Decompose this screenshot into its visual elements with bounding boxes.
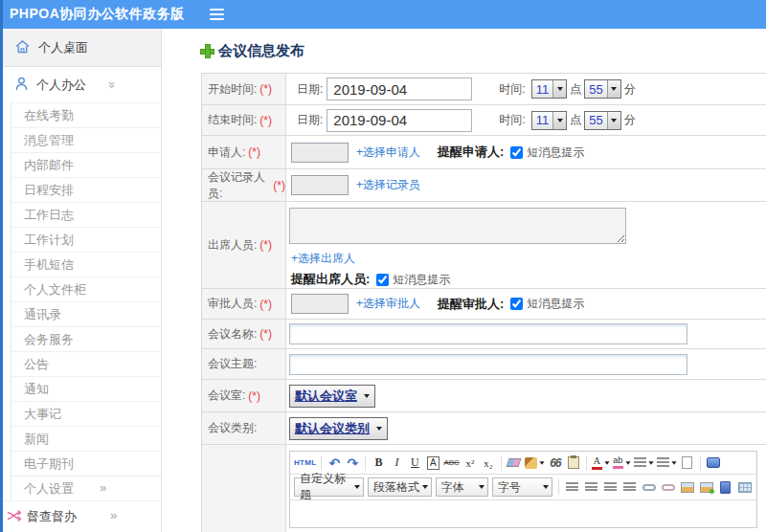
upload-image-icon[interactable] <box>699 479 714 496</box>
required-mark: (*) <box>259 114 272 127</box>
menu-icon[interactable] <box>210 9 224 20</box>
align-left-icon[interactable] <box>565 479 580 496</box>
app-window: PHPOA协同办公软件政务版 个人桌面 个人办公 » 在线考勤 消息管理 内部邮… <box>0 0 766 532</box>
attendees-sms-checkbox[interactable] <box>376 274 389 286</box>
insert-media-icon[interactable] <box>718 479 733 496</box>
custom-title-dropdown[interactable]: 自定义标题 <box>294 477 364 497</box>
remind-attendees-label: 提醒出席人员: <box>291 271 370 288</box>
sidebar-item-label: 公告 <box>24 356 49 373</box>
ordered-list-icon[interactable] <box>634 454 654 471</box>
applicant-sms-checkbox[interactable] <box>510 146 523 159</box>
sidebar-item-internal-mail[interactable]: 内部邮件 <box>11 152 161 177</box>
meeting-room-select[interactable]: 默认会议室 <box>289 385 375 408</box>
sidebar-item-label: 个人设置 <box>24 480 74 498</box>
attendees-textarea[interactable] <box>289 208 626 244</box>
sidebar-item-label: 会务服务 <box>24 331 74 348</box>
end-hour-select[interactable]: 11 <box>531 111 568 130</box>
new-page-icon[interactable] <box>680 454 695 471</box>
paragraph-format-dropdown[interactable]: 段落格式 <box>368 477 432 497</box>
meeting-name-input[interactable] <box>289 323 687 344</box>
sidebar-item-file-cabinet[interactable]: 个人文件柜 <box>11 277 161 301</box>
meeting-category-select[interactable]: 默认会议类别 <box>289 417 388 440</box>
toolbar-separator <box>321 455 322 471</box>
blockquote-icon[interactable]: 66 <box>548 454 563 471</box>
select-recorder-link[interactable]: +选择记录员 <box>356 177 420 193</box>
form-row-meeting-room: 会议室:(*) 默认会议室 <box>202 380 766 412</box>
link-icon[interactable] <box>642 479 657 496</box>
highlight-color-icon[interactable]: ab <box>613 454 631 471</box>
select-approver-link[interactable]: +选择审批人 <box>356 296 420 312</box>
field-label: 会议名称:(*) <box>202 320 286 348</box>
sidebar-item-sms[interactable]: 手机短信 <box>11 252 161 277</box>
sidebar-item-settings[interactable]: 个人设置» <box>11 476 161 500</box>
hour-unit: 点 <box>570 112 581 128</box>
font-family-dropdown[interactable]: 字体 <box>436 477 488 497</box>
subscript-icon[interactable]: x₂ <box>481 454 496 471</box>
field-label: 会议记录人员:(*) <box>202 169 286 201</box>
time-label: 时间: <box>499 81 525 98</box>
sidebar-item-news[interactable]: 新闻 <box>11 426 161 451</box>
underline-icon[interactable]: U <box>407 454 422 471</box>
bold-icon[interactable]: B <box>371 454 386 471</box>
sidebar-item-work-log[interactable]: 工作日志 <box>11 202 161 227</box>
strikethrough-icon[interactable]: ABC <box>443 454 459 471</box>
unordered-list-icon[interactable] <box>657 454 677 471</box>
paste-icon[interactable] <box>566 454 581 471</box>
rich-text-editor: HTML ↶ ↷ B I U A ABC x² <box>289 451 757 528</box>
align-justify-icon[interactable] <box>622 479 638 496</box>
sidebar-item-notice[interactable]: 通知 <box>11 376 161 401</box>
end-date-input[interactable] <box>327 109 472 132</box>
sidebar-item-schedule[interactable]: 日程安排 <box>11 177 161 202</box>
approver-sms-checkbox[interactable] <box>510 298 523 310</box>
align-right-icon[interactable] <box>603 479 619 496</box>
sidebar-item-attendance[interactable]: 在线考勤 <box>11 102 161 127</box>
end-minute-select[interactable]: 55 <box>584 111 620 130</box>
italic-icon[interactable]: I <box>389 454 404 471</box>
eraser-icon[interactable] <box>507 454 522 471</box>
meeting-subject-input[interactable] <box>289 354 687 375</box>
select-applicant-link[interactable]: +选择申请人 <box>356 144 420 161</box>
sms-label: 短消息提示 <box>393 272 450 288</box>
font-size-dropdown[interactable]: 字号 <box>492 477 552 497</box>
insert-image-icon[interactable] <box>680 479 695 496</box>
superscript-icon[interactable]: x² <box>462 454 478 471</box>
align-center-icon[interactable] <box>584 479 599 496</box>
required-mark: (*) <box>259 327 272 341</box>
fullscreen-icon[interactable] <box>706 454 721 471</box>
format-brush-icon[interactable] <box>525 454 545 471</box>
sidebar-item-desktop[interactable]: 个人桌面 <box>3 29 161 67</box>
approver-input[interactable] <box>291 294 349 314</box>
sidebar-item-events[interactable]: 大事记 <box>11 401 161 426</box>
font-border-icon[interactable]: A <box>427 456 439 470</box>
recorder-input[interactable] <box>291 175 349 195</box>
sidebar-item-contacts[interactable]: 通讯录 <box>11 301 161 326</box>
person-icon <box>15 77 28 94</box>
sidebar-item-office[interactable]: 个人办公 » <box>3 67 161 102</box>
form-row-attendees: 出席人员:(*) +选择出席人 提醒出席人员: 短消息提示 <box>202 202 766 289</box>
start-hour-select[interactable]: 11 <box>531 79 568 99</box>
html-source-icon[interactable]: HTML <box>294 454 316 471</box>
sidebar-item-messages[interactable]: 消息管理 <box>11 127 161 152</box>
undo-icon[interactable]: ↶ <box>327 454 342 471</box>
font-color-icon[interactable]: A <box>592 454 610 471</box>
sidebar-item-supervise[interactable]: 督查督办 » <box>3 500 161 532</box>
sidebar-item-e-journal[interactable]: 电子期刊 <box>11 451 161 476</box>
unlink-icon[interactable] <box>661 479 676 496</box>
start-minute-select[interactable]: 55 <box>584 79 620 99</box>
sidebar-item-announcement[interactable]: 公告 <box>11 351 161 376</box>
sidebar-item-meeting-service[interactable]: 会务服务 <box>11 326 161 351</box>
applicant-input[interactable] <box>291 143 349 163</box>
redo-icon[interactable]: ↷ <box>345 454 360 471</box>
sidebar-item-work-plan[interactable]: 工作计划 <box>11 227 161 252</box>
select-attendees-link[interactable]: +选择出席人 <box>291 251 355 267</box>
chevron-down-icon <box>422 485 428 489</box>
field-label: 开始时间:(*) <box>202 74 286 104</box>
required-mark: (*) <box>248 389 260 403</box>
form-row-recorder: 会议记录人员:(*) +选择记录员 <box>202 169 766 202</box>
sidebar-sublist: 在线考勤 消息管理 内部邮件 日程安排 工作日志 工作计划 手机短信 个人文件柜… <box>11 102 161 500</box>
insert-table-icon[interactable] <box>737 479 753 496</box>
field-label <box>202 445 286 532</box>
chevron-down-icon <box>364 394 370 398</box>
editor-content-area[interactable] <box>290 500 756 527</box>
start-date-input[interactable] <box>327 78 472 100</box>
